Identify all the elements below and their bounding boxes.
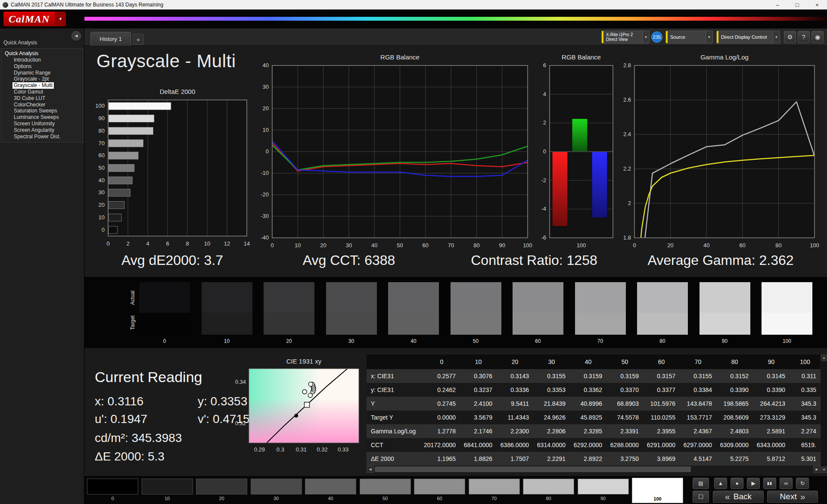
pattern-button-40[interactable]: 40 (305, 479, 356, 502)
sidebar-item-label: Grayscale - Multi (12, 82, 54, 89)
swatch-actual (637, 282, 688, 313)
sidebar-item-screen-angularity[interactable]: Screen Angularity (1, 127, 83, 134)
source-dropdown[interactable]: Source ▼ (665, 31, 713, 44)
table-cell: 273.3129 (753, 411, 790, 424)
sidebar-item-screen-uniformity[interactable]: Screen Uniformity (1, 121, 83, 127)
reading-value: ΔE 2000: 5.3 (95, 450, 165, 463)
calman-logo-menu[interactable]: CalMAN ▼ (3, 12, 66, 26)
table-header-cell: 0 (423, 355, 460, 369)
pattern-level-label: 0 (87, 495, 138, 502)
table-cell: 2.274 (790, 424, 821, 438)
pattern-button-10[interactable]: 10 (142, 479, 193, 502)
table-h-scrollbar[interactable]: ◀ ▶ (367, 466, 821, 473)
pattern-button-30[interactable]: 30 (251, 479, 302, 502)
minimize-button[interactable]: – (768, 0, 787, 9)
close-button[interactable]: × (807, 0, 827, 9)
svg-text:50: 50 (99, 165, 105, 171)
sidebar-item-dynamic-range[interactable]: Dynamic Range (1, 70, 83, 76)
loop-button[interactable]: ∞ (780, 478, 793, 489)
table-cell: 5.2275 (716, 452, 753, 466)
svg-text:2.4: 2.4 (623, 131, 631, 137)
pattern-button-60[interactable]: 60 (414, 479, 465, 502)
table-cell: 0.3076 (460, 369, 497, 383)
table-cell: 2.3391 (606, 424, 643, 438)
svg-text:2.8: 2.8 (623, 62, 631, 68)
deltae-2000-chart: 024681012141009080706050403020100DeltaE … (83, 86, 252, 250)
sidebar-item-colorchecker[interactable]: ColorChecker (1, 102, 83, 108)
table-header-cell: 30 (533, 355, 570, 369)
table-cell: 5.301 (790, 452, 821, 466)
help-icon[interactable]: ? (798, 31, 810, 43)
sidebar-item-color-gamut[interactable]: Color Gamut (1, 89, 83, 95)
svg-text:-40: -40 (261, 234, 269, 241)
table-v-scrollbar[interactable]: ▲ ▼ (821, 355, 827, 473)
swatch-level-label: 40 (388, 338, 439, 344)
table-header-row: 0102030405060708090100 (367, 355, 821, 369)
tab-history-1[interactable]: History 1 (90, 32, 131, 46)
sidebar-item-grayscale-2pt[interactable]: Grayscale - 2pt (1, 76, 83, 82)
play-icon: ▶ (751, 480, 755, 486)
svg-text:100: 100 (95, 103, 105, 109)
sidebar-item-label: Grayscale - 2pt (12, 76, 50, 82)
svg-text:0.32: 0.32 (235, 420, 246, 426)
display-control-dropdown[interactable]: Direct Display Control ▼ (716, 31, 780, 44)
sidebar-item-grayscale-multi[interactable]: Grayscale - Multi (1, 82, 83, 89)
pattern-window-button[interactable]: □ (693, 491, 709, 503)
pattern-button-100[interactable]: 100 (632, 478, 683, 503)
settings-gear-icon[interactable]: ⚙ (784, 31, 796, 43)
h-scroll-track[interactable] (374, 466, 813, 473)
swatch-actual (513, 282, 563, 313)
pattern-level-label: 50 (360, 495, 411, 502)
sidebar-item-spectral-power-dist[interactable]: Spectral Power Dist. (1, 134, 83, 140)
profile-icon[interactable]: ◉ (811, 31, 824, 43)
table-cell: 40.8996 (570, 397, 606, 411)
chevron-left-icon: ◀ (75, 34, 78, 38)
table-cell: 264.4213 (753, 397, 790, 411)
swatch-level-label: 70 (575, 338, 626, 344)
sidebar-item-introduction[interactable]: Introduction (1, 57, 83, 63)
target-square-point (305, 402, 310, 408)
pattern-swatch (578, 479, 629, 495)
table-cell: 11.4343 (497, 411, 533, 424)
pattern-button-90[interactable]: 90 (578, 479, 629, 502)
scroll-down-arrow-icon[interactable]: ▼ (821, 467, 827, 473)
sidebar-item-luminance-sweeps[interactable]: Luminance Sweeps (1, 114, 83, 121)
svg-text:30: 30 (263, 84, 269, 90)
sidebar-item-3d-cube-lut[interactable]: 3D Cube LUT (1, 95, 83, 102)
pattern-list-button[interactable]: ▤ (693, 478, 709, 489)
scroll-right-arrow-icon[interactable]: ▶ (813, 466, 821, 473)
pause-button[interactable]: ▮▮ (763, 478, 776, 489)
sidebar-item-quick-analysis-root[interactable]: Quick Analysis (1, 50, 83, 57)
pattern-button-20[interactable]: 20 (196, 479, 247, 502)
eject-button[interactable]: ▲ (714, 478, 727, 489)
pattern-swatch (305, 479, 356, 495)
transport-row: ▲●▶▮▮∞↻ (714, 478, 809, 489)
sidebar-item-options[interactable]: Options (1, 63, 83, 70)
pattern-button-70[interactable]: 70 (469, 479, 520, 502)
table-cell: 0.335 (790, 383, 821, 397)
table-row-y: Y0.27452.41009.541121.843940.899668.8903… (367, 397, 821, 411)
scroll-up-arrow-icon[interactable]: ▲ (821, 355, 827, 361)
add-tab-button[interactable]: + (133, 34, 144, 45)
pattern-button-50[interactable]: 50 (360, 479, 411, 502)
refresh-button[interactable]: ↻ (796, 478, 809, 489)
source-label: Source (668, 31, 706, 43)
pattern-button-80[interactable]: 80 (523, 479, 574, 502)
sidebar-collapse-button[interactable]: ◀ (72, 31, 81, 40)
table-cell: 2.1746 (460, 424, 497, 438)
back-button[interactable]: « Back (713, 491, 764, 503)
maximize-button[interactable]: □ (787, 0, 807, 9)
swatch-target (513, 313, 563, 335)
table-cell: 0.311 (790, 369, 821, 383)
svg-text:0.33: 0.33 (338, 446, 348, 453)
pattern-swatch (360, 479, 411, 495)
scroll-left-arrow-icon[interactable]: ◀ (367, 466, 374, 473)
sidebar-item-saturation-sweeps[interactable]: Saturation Sweeps (1, 108, 83, 114)
meter-dropdown[interactable]: X-Rite i1Pro 2 Direct View ▼ (601, 31, 650, 44)
play-button[interactable]: ▶ (747, 478, 760, 489)
actual-row-label: Actual (130, 290, 136, 305)
pattern-button-0[interactable]: 0 (87, 479, 138, 502)
h-scroll-thumb[interactable] (375, 467, 691, 472)
record-button[interactable]: ● (731, 478, 743, 489)
next-button[interactable]: Next » (767, 491, 818, 503)
